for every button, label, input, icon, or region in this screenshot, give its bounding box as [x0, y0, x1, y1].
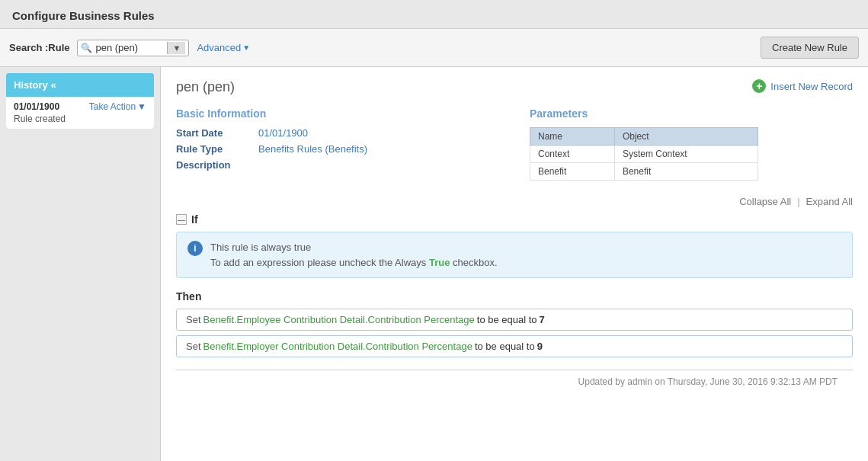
rule-action-2: to be equal to	[475, 341, 535, 352]
start-date-value: 01/01/1900	[258, 127, 308, 139]
parameters-section: Parameters Name Object Context System Co…	[530, 107, 853, 181]
search-icon: 🔍	[81, 43, 92, 53]
if-section: — If i This rule is always true To add a…	[176, 213, 853, 278]
history-description: Rule created	[14, 114, 146, 124]
rule-value-1: 7	[540, 314, 545, 325]
history-date: 01/01/1900	[14, 101, 59, 112]
rule-row-employer: Set Benefit.Employer Contribution Detail…	[176, 335, 853, 357]
then-section: Then Set Benefit.Employee Contribution D…	[176, 290, 853, 357]
content-area: pen (pen) + Insert New Record Basic Info…	[160, 67, 868, 461]
field-row-description: Description	[176, 159, 499, 171]
rule-keyword-2: Set	[186, 341, 201, 352]
rule-path-2: Benefit.Employer Contribution Detail.Con…	[203, 341, 472, 352]
page-title: Configure Business Rules	[0, 0, 868, 28]
collapse-icon-symbol: —	[178, 216, 185, 224]
rule-path-1: Benefit.Employee Contribution Detail.Con…	[203, 314, 475, 325]
history-item: 01/01/1900 Take Action ▼ Rule created	[6, 97, 154, 129]
history-label: History «	[14, 79, 56, 91]
rule-type-value: Benefits Rules (Benefits)	[258, 143, 367, 155]
footer-bar: Updated by admin on Thursday, June 30, 2…	[176, 370, 853, 393]
start-date-label: Start Date	[176, 127, 252, 139]
history-header: History «	[6, 73, 154, 97]
info-icon: i	[187, 241, 203, 256]
field-row-start-date: Start Date 01/01/1900	[176, 127, 499, 139]
main-area: History « 01/01/1900 Take Action ▼ Rule …	[0, 67, 868, 461]
toolbar: Search :Rule 🔍 ▼ Advanced ▼ Create New R…	[0, 28, 868, 67]
rule-title: pen (pen)	[176, 79, 235, 95]
search-box: 🔍 ▼	[77, 40, 189, 56]
search-label: Search :Rule	[9, 42, 69, 53]
info-box: i This rule is always true To add an exp…	[176, 232, 853, 278]
info-highlight: True	[429, 257, 450, 268]
if-collapse-icon[interactable]: —	[176, 214, 187, 225]
then-label: Then	[176, 290, 853, 303]
rule-action-1: to be equal to	[477, 314, 537, 325]
if-header: — If	[176, 213, 853, 226]
history-panel: History « 01/01/1900 Take Action ▼ Rule …	[6, 73, 154, 129]
params-benefit-name: Benefit	[530, 163, 615, 181]
take-action-button[interactable]: Take Action ▼	[89, 101, 146, 112]
params-context-name: Context	[530, 146, 615, 163]
rule-row-employee: Set Benefit.Employee Contribution Detail…	[176, 309, 853, 331]
expand-all-button[interactable]: Expand All	[806, 196, 853, 207]
parameters-title: Parameters	[530, 107, 853, 120]
info-text: This rule is always true To add an expre…	[210, 240, 498, 270]
basic-info-section: Basic Information Start Date 01/01/1900 …	[176, 107, 499, 181]
search-input[interactable]	[95, 42, 164, 53]
take-action-label: Take Action	[89, 101, 136, 112]
rule-type-label: Rule Type	[176, 143, 252, 155]
insert-icon: +	[752, 79, 766, 93]
sidebar: History « 01/01/1900 Take Action ▼ Rule …	[0, 67, 160, 461]
advanced-arrow: ▼	[242, 43, 250, 52]
parameters-table: Name Object Context System Context Benef…	[530, 127, 758, 181]
params-benefit-object: Benefit	[614, 163, 757, 181]
create-rule-button[interactable]: Create New Rule	[761, 37, 859, 59]
search-dropdown-button[interactable]: ▼	[167, 42, 185, 54]
info-line1: This rule is always true	[210, 240, 498, 255]
params-col-name: Name	[530, 128, 615, 146]
advanced-label: Advanced	[197, 42, 241, 53]
two-column-section: Basic Information Start Date 01/01/1900 …	[176, 107, 853, 181]
history-item-row: 01/01/1900 Take Action ▼	[14, 101, 146, 112]
collapse-expand-row: Collapse All | Expand All	[176, 196, 853, 207]
page-wrapper: Configure Business Rules Search :Rule 🔍 …	[0, 0, 868, 461]
params-col-object: Object	[614, 128, 757, 146]
params-context-object: System Context	[614, 146, 757, 163]
description-label: Description	[176, 159, 252, 171]
basic-info-title: Basic Information	[176, 107, 499, 120]
field-row-rule-type: Rule Type Benefits Rules (Benefits)	[176, 143, 499, 155]
info-line3-text: checkbox.	[450, 257, 497, 268]
insert-new-record-button[interactable]: + Insert New Record	[752, 79, 853, 93]
params-row-context: Context System Context	[530, 146, 758, 163]
content-header: pen (pen) + Insert New Record	[176, 79, 853, 95]
insert-new-record-label: Insert New Record	[770, 81, 853, 92]
collapse-all-button[interactable]: Collapse All	[739, 196, 791, 207]
params-row-benefit: Benefit Benefit	[530, 163, 758, 181]
info-line2-text: To add an expression please uncheck the …	[210, 257, 429, 268]
info-line2: To add an expression please uncheck the …	[210, 255, 498, 271]
take-action-arrow: ▼	[137, 101, 146, 112]
rule-keyword-1: Set	[186, 314, 201, 325]
footer-text: Updated by admin on Thursday, June 30, 2…	[578, 376, 838, 387]
rule-value-2: 9	[537, 341, 543, 352]
if-label: If	[191, 213, 198, 226]
separator: |	[797, 196, 799, 207]
advanced-button[interactable]: Advanced ▼	[197, 42, 250, 53]
